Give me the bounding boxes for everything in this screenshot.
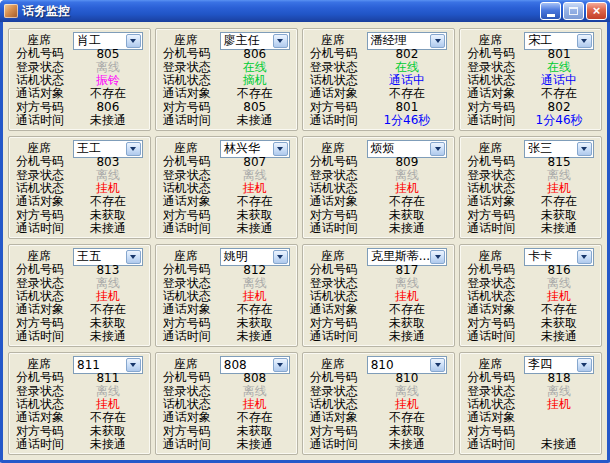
call-duration-label: 通话时间 [467,328,524,345]
call-duration-row: 通话时间 未接通 [16,222,143,235]
call-duration-label: 通话时间 [163,112,220,129]
call-duration-label: 通话时间 [163,436,220,453]
chevron-down-icon [130,39,136,43]
combo-dropdown-button[interactable] [430,34,445,48]
call-duration-label: 通话时间 [467,220,524,237]
chevron-down-icon [581,255,587,259]
seat-selected-value: 808 [221,358,273,372]
chevron-down-icon [435,39,441,43]
chevron-down-icon [277,147,283,151]
titlebar[interactable]: 话务监控 × [0,0,610,22]
chevron-down-icon [130,147,136,151]
combo-dropdown-button[interactable] [430,358,445,372]
call-duration-row: 通话时间 1分46秒 [310,114,447,127]
agent-panel: 座席 姚明 分机号码 812 登录状态 离线 话机状态 挂机 通话对象 不存在 … [155,244,298,347]
seat-selected-value: 811 [74,358,126,372]
call-duration-row: 通话时间 未接通 [310,438,447,451]
call-duration-label: 通话时间 [310,328,367,345]
chevron-down-icon [130,363,136,367]
agent-panel: 座席 811 分机号码 811 登录状态 离线 话机状态 挂机 通话对象 不存在… [8,352,151,455]
call-duration-label: 通话时间 [163,328,220,345]
agent-panel: 座席 林兴华 分机号码 807 登录状态 离线 话机状态 挂机 通话对象 不存在… [155,136,298,239]
chevron-down-icon [130,255,136,259]
call-duration-row: 通话时间 未接通 [16,114,143,127]
agent-panel-grid: 座席 肖工 分机号码 805 登录状态 离线 话机状态 振铃 通话对象 不存在 … [3,22,607,460]
call-duration-value: 未接通 [73,328,143,345]
combo-dropdown-button[interactable] [273,250,288,264]
combo-dropdown-button[interactable] [577,142,592,156]
close-button[interactable]: × [586,2,607,20]
chevron-down-icon [581,363,587,367]
agent-panel: 座席 廖主任 分机号码 806 登录状态 在线 话机状态 摘机 通话对象 不存在… [155,28,298,131]
call-duration-row: 通话时间 未接通 [467,222,594,235]
combo-dropdown-button[interactable] [577,250,592,264]
call-duration-value: 未接通 [73,436,143,453]
call-duration-row: 通话时间 未接通 [163,222,290,235]
combo-dropdown-button[interactable] [430,142,445,156]
call-duration-row: 通话时间 未接通 [467,438,594,451]
call-duration-value: 未接通 [367,328,447,345]
chevron-down-icon [581,147,587,151]
combo-dropdown-button[interactable] [577,358,592,372]
app-window: 话务监控 × 座席 肖工 分机号码 805 登录状态 离线 话机状态 振铃 [0,0,610,463]
agent-panel: 座席 王五 分机号码 813 登录状态 离线 话机状态 挂机 通话对象 不存在 … [8,244,151,347]
combo-dropdown-button[interactable] [273,34,288,48]
window-title: 话务监控 [22,3,540,20]
call-duration-row: 通话时间 未接通 [163,438,290,451]
call-duration-value: 未接通 [367,436,447,453]
call-duration-row: 通话时间 未接通 [310,330,447,343]
call-duration-value: 未接通 [220,328,290,345]
call-duration-row: 通话时间 未接通 [163,330,290,343]
agent-panel: 座席 卡卡 分机号码 816 登录状态 离线 话机状态 挂机 通话对象 不存在 … [459,244,602,347]
combo-dropdown-button[interactable] [273,142,288,156]
call-duration-row: 通话时间 未接通 [163,114,290,127]
call-duration-row: 通话时间 未接通 [16,330,143,343]
agent-panel: 座席 潘经理 分机号码 802 登录状态 在线 话机状态 通话中 通话对象 不存… [302,28,455,131]
chevron-down-icon [435,147,441,151]
combo-dropdown-button[interactable] [126,142,141,156]
combo-dropdown-button[interactable] [126,358,141,372]
maximize-icon [569,7,578,15]
chevron-down-icon [581,39,587,43]
chevron-down-icon [277,255,283,259]
call-duration-value: 未接通 [524,436,594,453]
call-duration-row: 通话时间 1分46秒 [467,114,594,127]
chevron-down-icon [435,255,441,259]
call-duration-value: 未接通 [524,220,594,237]
window-controls: × [540,2,607,20]
minimize-button[interactable] [540,2,561,20]
call-duration-label: 通话时间 [16,220,73,237]
call-duration-label: 通话时间 [163,220,220,237]
combo-dropdown-button[interactable] [430,250,445,264]
call-duration-value: 未接通 [524,328,594,345]
call-duration-label: 通话时间 [16,436,73,453]
call-duration-label: 通话时间 [16,328,73,345]
call-duration-label: 通话时间 [467,436,524,453]
chevron-down-icon [435,363,441,367]
maximize-button[interactable] [563,2,584,20]
combo-dropdown-button[interactable] [273,358,288,372]
close-icon: × [593,4,601,17]
call-duration-value: 未接通 [73,220,143,237]
call-duration-value: 1分46秒 [524,112,594,129]
chevron-down-icon [277,363,283,367]
call-duration-label: 通话时间 [16,112,73,129]
agent-panel: 座席 张三 分机号码 815 登录状态 离线 话机状态 挂机 通话对象 不存在 … [459,136,602,239]
agent-panel: 座席 808 分机号码 808 登录状态 离线 话机状态 挂机 通话对象 不存在… [155,352,298,455]
app-icon[interactable] [4,4,18,18]
call-duration-value: 未接通 [220,220,290,237]
call-duration-row: 通话时间 未接通 [467,330,594,343]
combo-dropdown-button[interactable] [577,34,592,48]
agent-panel: 座席 烦烦 分机号码 809 登录状态 离线 话机状态 挂机 通话对象 不存在 … [302,136,455,239]
combo-dropdown-button[interactable] [126,250,141,264]
call-duration-value: 未接通 [73,112,143,129]
agent-panel: 座席 王工 分机号码 803 登录状态 离线 话机状态 挂机 通话对象 不存在 … [8,136,151,239]
combo-dropdown-button[interactable] [126,34,141,48]
call-duration-value: 1分46秒 [367,112,447,129]
agent-panel: 座席 肖工 分机号码 805 登录状态 离线 话机状态 振铃 通话对象 不存在 … [8,28,151,131]
minimize-icon [547,14,555,17]
call-duration-row: 通话时间 未接通 [310,222,447,235]
agent-panel: 座席 宋工 分机号码 801 登录状态 在线 话机状态 通话中 通话对象 不存在… [459,28,602,131]
agent-panel: 座席 810 分机号码 810 登录状态 离线 话机状态 挂机 通话对象 不存在… [302,352,455,455]
call-duration-value: 未接通 [220,112,290,129]
